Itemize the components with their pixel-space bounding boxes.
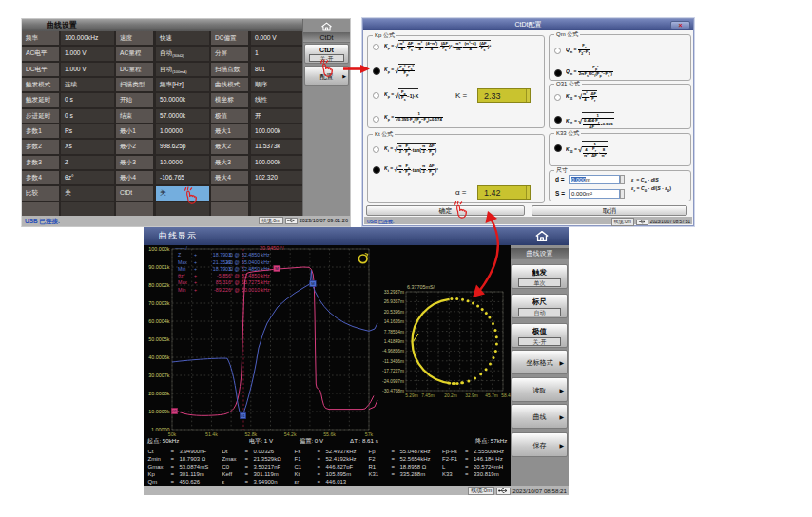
svg-text:90.0001k: 90.0001k <box>148 264 169 270</box>
svg-text:Qm: Qm <box>148 479 158 485</box>
svg-text:50.0005k: 50.0005k <box>148 336 169 342</box>
svg-text:=: = <box>171 479 175 485</box>
svg-text:εr: εr <box>295 479 300 485</box>
svg-text:21.3529kΩ: 21.3529kΩ <box>254 456 282 462</box>
svg-text:R1: R1 <box>369 464 377 469</box>
svg-text:-4.96856m: -4.96856m <box>382 349 404 354</box>
svg-text:M: M <box>275 266 279 271</box>
svg-text:01: 01 <box>241 413 245 418</box>
svg-text:=: = <box>318 471 321 477</box>
svg-text:° @: ° @ <box>231 273 240 278</box>
svg-text:—— /: —— / <box>175 245 187 251</box>
svg-text:=: = <box>245 449 249 454</box>
svg-text:M: M <box>311 281 315 286</box>
svg-text:55.0487kHz: 55.0487kHz <box>400 449 431 454</box>
svg-text:=: = <box>318 449 321 454</box>
svg-text:33.2937m: 33.2937m <box>384 290 404 295</box>
svg-text:-89.226: -89.226 <box>214 287 231 293</box>
svg-text:-24.0997m: -24.0997m <box>382 379 404 384</box>
svg-text:53.7275 kHz: 53.7275 kHz <box>242 279 270 285</box>
svg-text:=: = <box>245 479 249 485</box>
svg-text:C1: C1 <box>295 464 302 469</box>
svg-text:10.0009k: 10.0009k <box>148 409 169 414</box>
svg-text:Zmin: Zmin <box>148 456 161 462</box>
svg-text:330.819m: 330.819m <box>474 471 499 477</box>
svg-text:54.2k: 54.2k <box>284 431 297 437</box>
svg-text:Ω @: Ω @ <box>229 252 240 258</box>
svg-text:=: = <box>318 479 321 485</box>
svg-text:-30.4768m: -30.4768m <box>382 389 404 393</box>
svg-text:80.0002k: 80.0002k <box>148 282 169 288</box>
svg-text:Fs: Fs <box>295 449 301 454</box>
svg-text:+: + <box>194 252 197 258</box>
svg-text:446.013: 446.013 <box>326 479 347 485</box>
svg-text:1.41849m: 1.41849m <box>384 339 404 344</box>
svg-text:=: = <box>465 456 469 462</box>
svg-text:146.184 Hz: 146.184 Hz <box>474 456 503 462</box>
svg-text:-17.7227m: -17.7227m <box>382 369 404 373</box>
svg-text:6.37705mS/: 6.37705mS/ <box>407 284 435 290</box>
svg-text:=: = <box>171 449 175 454</box>
svg-text:7.78554m: 7.78554m <box>384 330 404 335</box>
svg-text:30.0007k: 30.0007k <box>148 373 169 378</box>
svg-text:20.5396m: 20.5396m <box>384 310 404 315</box>
svg-text:Max: Max <box>178 279 187 285</box>
svg-text:446.827pF: 446.827pF <box>326 464 354 469</box>
svg-text:kΩ @: kΩ @ <box>226 259 239 265</box>
svg-text:40.0006k: 40.0006k <box>148 354 169 360</box>
svg-text:ε: ε <box>222 479 225 485</box>
svg-text:53.0874mS: 53.0874mS <box>180 464 209 469</box>
svg-text:θz°: θz° <box>178 273 185 278</box>
svg-text:20.9450 °/: 20.9450 °/ <box>260 245 284 251</box>
svg-text:=: = <box>171 471 175 477</box>
svg-text:3.94900n: 3.94900n <box>254 479 278 485</box>
svg-text:0.00326: 0.00326 <box>254 449 275 454</box>
svg-text:Max: Max <box>178 259 187 265</box>
svg-text:18.7903 Ω: 18.7903 Ω <box>180 456 206 462</box>
svg-text:终点: 57kHz: 终点: 57kHz <box>475 437 507 445</box>
svg-text:+: + <box>194 287 197 293</box>
svg-text:=: = <box>465 449 469 454</box>
svg-text:Gmax: Gmax <box>148 464 164 469</box>
svg-text:=: = <box>318 456 321 462</box>
svg-text:105.895m: 105.895m <box>326 471 352 477</box>
svg-text:7.45m: 7.45m <box>421 393 434 398</box>
svg-text:=: = <box>392 449 396 454</box>
svg-text:335.288m: 335.288m <box>400 471 426 477</box>
svg-text:-5.856: -5.856 <box>217 273 231 278</box>
svg-text:=: = <box>245 464 249 469</box>
svg-text:F1: F1 <box>295 456 302 462</box>
svg-text:Fp-Fs: Fp-Fs <box>442 449 457 454</box>
svg-text:+: + <box>194 266 197 272</box>
svg-text:K31: K31 <box>369 471 379 477</box>
svg-text:52.4850 kHz: 52.4850 kHz <box>242 252 270 258</box>
svg-text:100.000k: 100.000k <box>148 246 169 252</box>
svg-text:Kp: Kp <box>148 471 156 477</box>
svg-text:20.5724mH: 20.5724mH <box>474 464 503 469</box>
svg-text:01: 01 <box>172 409 177 413</box>
svg-text:=: = <box>392 456 396 462</box>
svg-text:52.4937kHz: 52.4937kHz <box>326 449 357 454</box>
svg-text:20.2m: 20.2m <box>444 393 456 398</box>
svg-text:Min: Min <box>178 287 186 293</box>
svg-text:=: = <box>245 471 249 477</box>
svg-text:58.4m: 58.4m <box>501 393 511 398</box>
svg-text:起点: 50kHz: 起点: 50kHz <box>147 437 179 445</box>
svg-text:C0: C0 <box>222 464 230 469</box>
svg-text:85.316: 85.316 <box>216 279 231 285</box>
svg-text:K33: K33 <box>442 471 453 477</box>
svg-text:26.9367m: 26.9367m <box>384 299 404 304</box>
svg-text:=: = <box>392 464 396 469</box>
svg-text:=: = <box>465 464 469 469</box>
svg-text:° @: ° @ <box>231 287 240 293</box>
svg-text:=: = <box>465 471 469 477</box>
svg-text:18.8958 Ω: 18.8958 Ω <box>400 464 427 469</box>
svg-text:=: = <box>392 471 396 477</box>
svg-text:55.0400 kHz: 55.0400 kHz <box>242 259 270 265</box>
svg-text:偏置: 0 V: 偏置: 0 V <box>300 437 324 445</box>
svg-text:ΔT : 8.61 s: ΔT : 8.61 s <box>350 437 378 444</box>
svg-text:F2: F2 <box>369 456 377 462</box>
svg-text:60.0004k: 60.0004k <box>148 318 169 324</box>
svg-text:2.55500kHz: 2.55500kHz <box>474 449 504 454</box>
svg-text:+: + <box>194 273 197 278</box>
